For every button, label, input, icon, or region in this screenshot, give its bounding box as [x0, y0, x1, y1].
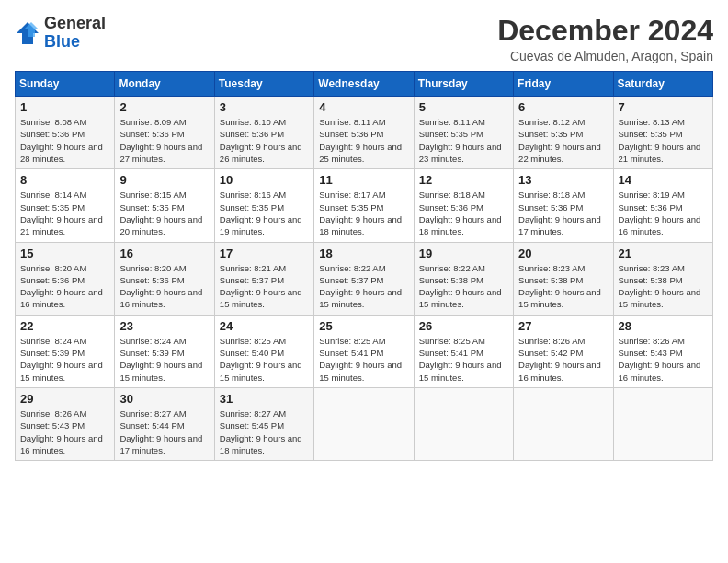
calendar-cell: 13Sunrise: 8:18 AMSunset: 5:36 PMDayligh… — [514, 169, 613, 242]
day-number: 26 — [419, 319, 508, 333]
day-number: 27 — [518, 319, 608, 333]
day-number: 30 — [119, 392, 209, 406]
day-info: Sunrise: 8:25 AMSunset: 5:40 PMDaylight:… — [220, 335, 309, 384]
day-number: 18 — [319, 247, 408, 260]
calendar-cell: 11Sunrise: 8:17 AMSunset: 5:35 PMDayligh… — [314, 169, 414, 242]
day-info: Sunrise: 8:20 AMSunset: 5:36 PMDaylight:… — [119, 262, 209, 311]
day-info: Sunrise: 8:17 AMSunset: 5:35 PMDaylight:… — [319, 189, 408, 237]
calendar-week-row: 22Sunrise: 8:24 AMSunset: 5:39 PMDayligh… — [16, 315, 713, 387]
calendar-cell: 31Sunrise: 8:27 AMSunset: 5:45 PMDayligh… — [214, 387, 313, 460]
column-header-friday: Friday — [514, 72, 613, 97]
day-info: Sunrise: 8:11 AMSunset: 5:36 PMDaylight:… — [319, 116, 408, 165]
calendar-cell: 5Sunrise: 8:11 AMSunset: 5:35 PMDaylight… — [414, 97, 513, 169]
logo-icon — [15, 20, 40, 46]
day-number: 20 — [518, 247, 608, 260]
day-info: Sunrise: 8:25 AMSunset: 5:41 PMDaylight:… — [419, 335, 508, 384]
calendar-cell: 16Sunrise: 8:20 AMSunset: 5:36 PMDayligh… — [115, 242, 214, 315]
calendar-cell: 22Sunrise: 8:24 AMSunset: 5:39 PMDayligh… — [16, 315, 115, 387]
calendar-cell: 19Sunrise: 8:22 AMSunset: 5:38 PMDayligh… — [414, 242, 513, 315]
day-info: Sunrise: 8:22 AMSunset: 5:38 PMDaylight:… — [419, 262, 508, 311]
day-info: Sunrise: 8:20 AMSunset: 5:36 PMDaylight:… — [20, 262, 109, 311]
day-info: Sunrise: 8:13 AMSunset: 5:35 PMDaylight:… — [619, 116, 708, 165]
calendar-table: SundayMondayTuesdayWednesdayThursdayFrid… — [15, 71, 713, 461]
calendar-cell: 10Sunrise: 8:16 AMSunset: 5:35 PMDayligh… — [214, 169, 313, 242]
calendar-cell: 25Sunrise: 8:25 AMSunset: 5:41 PMDayligh… — [314, 315, 414, 387]
day-info: Sunrise: 8:26 AMSunset: 5:43 PMDaylight:… — [619, 335, 708, 384]
calendar-week-row: 8Sunrise: 8:14 AMSunset: 5:35 PMDaylight… — [16, 169, 713, 242]
day-number: 4 — [319, 100, 408, 114]
day-info: Sunrise: 8:24 AMSunset: 5:39 PMDaylight:… — [119, 335, 209, 384]
day-number: 8 — [20, 173, 109, 187]
day-info: Sunrise: 8:21 AMSunset: 5:37 PMDaylight:… — [220, 262, 309, 311]
day-info: Sunrise: 8:22 AMSunset: 5:37 PMDaylight:… — [319, 262, 408, 311]
day-number: 15 — [20, 247, 109, 260]
logo-general-text: General — [44, 15, 106, 33]
day-info: Sunrise: 8:26 AMSunset: 5:43 PMDaylight:… — [20, 408, 109, 456]
calendar-cell: 30Sunrise: 8:27 AMSunset: 5:44 PMDayligh… — [115, 387, 214, 460]
day-number: 22 — [20, 319, 109, 333]
day-number: 9 — [119, 173, 209, 187]
calendar-cell: 4Sunrise: 8:11 AMSunset: 5:36 PMDaylight… — [314, 97, 414, 169]
calendar-cell: 29Sunrise: 8:26 AMSunset: 5:43 PMDayligh… — [16, 387, 115, 460]
day-number: 13 — [518, 173, 608, 187]
column-header-wednesday: Wednesday — [314, 72, 414, 97]
calendar-cell: 17Sunrise: 8:21 AMSunset: 5:37 PMDayligh… — [214, 242, 313, 315]
day-info: Sunrise: 8:26 AMSunset: 5:42 PMDaylight:… — [518, 335, 608, 384]
day-number: 6 — [518, 100, 608, 114]
day-info: Sunrise: 8:23 AMSunset: 5:38 PMDaylight:… — [619, 262, 708, 311]
calendar-cell: 7Sunrise: 8:13 AMSunset: 5:35 PMDaylight… — [613, 97, 712, 169]
day-number: 2 — [119, 100, 209, 114]
day-info: Sunrise: 8:18 AMSunset: 5:36 PMDaylight:… — [518, 189, 608, 237]
day-info: Sunrise: 8:11 AMSunset: 5:35 PMDaylight:… — [419, 116, 508, 165]
calendar-cell: 15Sunrise: 8:20 AMSunset: 5:36 PMDayligh… — [16, 242, 115, 315]
day-number: 14 — [619, 173, 708, 187]
calendar-cell — [414, 387, 513, 460]
location-title: Cuevas de Almuden, Aragon, Spain — [497, 49, 713, 63]
day-info: Sunrise: 8:24 AMSunset: 5:39 PMDaylight:… — [20, 335, 109, 384]
calendar-cell: 26Sunrise: 8:25 AMSunset: 5:41 PMDayligh… — [414, 315, 513, 387]
day-number: 7 — [619, 100, 708, 114]
calendar-cell: 24Sunrise: 8:25 AMSunset: 5:40 PMDayligh… — [214, 315, 313, 387]
day-number: 29 — [20, 392, 109, 406]
calendar-cell — [314, 387, 414, 460]
day-number: 11 — [319, 173, 408, 187]
day-number: 21 — [619, 247, 708, 260]
day-info: Sunrise: 8:10 AMSunset: 5:36 PMDaylight:… — [220, 116, 309, 165]
calendar-cell: 23Sunrise: 8:24 AMSunset: 5:39 PMDayligh… — [115, 315, 214, 387]
column-header-sunday: Sunday — [16, 72, 115, 97]
title-section: December 2024 Cuevas de Almuden, Aragon,… — [497, 15, 713, 63]
calendar-cell: 18Sunrise: 8:22 AMSunset: 5:37 PMDayligh… — [314, 242, 414, 315]
day-number: 10 — [220, 173, 309, 187]
day-info: Sunrise: 8:23 AMSunset: 5:38 PMDaylight:… — [518, 262, 608, 311]
day-number: 19 — [419, 247, 508, 260]
calendar-cell — [514, 387, 613, 460]
logo: General Blue — [15, 15, 106, 52]
calendar-cell: 21Sunrise: 8:23 AMSunset: 5:38 PMDayligh… — [613, 242, 712, 315]
calendar-cell: 6Sunrise: 8:12 AMSunset: 5:35 PMDaylight… — [514, 97, 613, 169]
month-title: December 2024 — [497, 15, 713, 47]
calendar-cell: 20Sunrise: 8:23 AMSunset: 5:38 PMDayligh… — [514, 242, 613, 315]
page-header: General Blue December 2024 Cuevas de Alm… — [15, 15, 713, 63]
day-number: 12 — [419, 173, 508, 187]
day-info: Sunrise: 8:18 AMSunset: 5:36 PMDaylight:… — [419, 189, 508, 237]
calendar-cell: 1Sunrise: 8:08 AMSunset: 5:36 PMDaylight… — [16, 97, 115, 169]
calendar-cell: 12Sunrise: 8:18 AMSunset: 5:36 PMDayligh… — [414, 169, 513, 242]
calendar-cell: 8Sunrise: 8:14 AMSunset: 5:35 PMDaylight… — [16, 169, 115, 242]
calendar-week-row: 15Sunrise: 8:20 AMSunset: 5:36 PMDayligh… — [16, 242, 713, 315]
calendar-header-row: SundayMondayTuesdayWednesdayThursdayFrid… — [16, 72, 713, 97]
day-info: Sunrise: 8:14 AMSunset: 5:35 PMDaylight:… — [20, 189, 109, 237]
day-info: Sunrise: 8:09 AMSunset: 5:36 PMDaylight:… — [119, 116, 209, 165]
day-number: 16 — [119, 247, 209, 260]
column-header-thursday: Thursday — [414, 72, 513, 97]
day-number: 24 — [220, 319, 309, 333]
calendar-cell: 28Sunrise: 8:26 AMSunset: 5:43 PMDayligh… — [613, 315, 712, 387]
day-number: 17 — [220, 247, 309, 260]
day-info: Sunrise: 8:27 AMSunset: 5:44 PMDaylight:… — [119, 408, 209, 456]
day-info: Sunrise: 8:16 AMSunset: 5:35 PMDaylight:… — [220, 189, 309, 237]
calendar-cell — [613, 387, 712, 460]
day-number: 1 — [20, 100, 109, 114]
column-header-saturday: Saturday — [613, 72, 712, 97]
day-info: Sunrise: 8:25 AMSunset: 5:41 PMDaylight:… — [319, 335, 408, 384]
day-info: Sunrise: 8:08 AMSunset: 5:36 PMDaylight:… — [20, 116, 109, 165]
day-number: 3 — [220, 100, 309, 114]
